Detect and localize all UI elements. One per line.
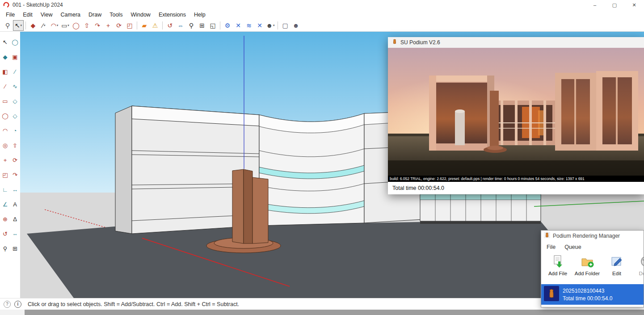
minimize-button[interactable]: – [585, 0, 605, 10]
edit-icon [610, 255, 623, 270]
zoom-extents-palette-button[interactable]: ⊞ [10, 244, 20, 253]
user-account-tool-button[interactable]: ☻▾ [265, 20, 276, 31]
edit-button[interactable]: Edit [604, 255, 630, 276]
new-file-icon: ▢ [282, 22, 288, 29]
plaza-ground [27, 220, 605, 298]
rotated-rectangle-palette-button[interactable]: ◇ [10, 96, 20, 106]
text-palette-button[interactable]: A [10, 199, 20, 209]
move-icon: + [106, 22, 110, 29]
menu-draw[interactable]: Draw [84, 12, 105, 18]
zoom-icon: ⚲ [189, 22, 194, 29]
scale-palette-button[interactable]: ◰ [0, 170, 10, 180]
dimension-palette-button[interactable]: ↔ [10, 185, 20, 194]
line-tool-button[interactable]: ∕▾ [38, 20, 49, 31]
dropdown-caret-icon[interactable]: ▾ [21, 24, 22, 27]
follow-me-tool-button[interactable]: ↷ [92, 20, 103, 31]
offset-palette-button[interactable]: ◎ [0, 140, 10, 150]
menu-window[interactable]: Window [126, 12, 154, 18]
pan-palette-button[interactable]: ⇔ [10, 229, 20, 239]
podium-settings-tool-button[interactable]: ⚙ [222, 20, 233, 31]
protractor-palette-button[interactable]: ∠ [0, 199, 10, 209]
arc-tool-button[interactable]: ◠▾ [49, 20, 60, 31]
menu-edit[interactable]: Edit [19, 12, 37, 18]
rectangle-palette-button[interactable]: ▭ [0, 96, 10, 106]
search-tool-button[interactable]: ⚲ [2, 20, 13, 31]
rotate-palette-button[interactable]: ⟳ [10, 155, 20, 165]
manager-menu-file[interactable]: File [547, 244, 556, 250]
eraser-tool-button[interactable]: ◆ [28, 20, 38, 31]
dropdown-caret-icon[interactable]: ▾ [44, 24, 46, 27]
polygon-icon: ◇ [13, 113, 17, 119]
info-icon[interactable]: i [14, 301, 21, 308]
render-job-row[interactable]: 20251028100443 Total time 00:00:54.0 [541, 284, 644, 305]
axes-palette-button[interactable]: ⊕ [0, 214, 10, 224]
eyedropper-palette-button[interactable]: ∕ [10, 67, 20, 76]
3d-text-palette-button[interactable]: Δ [10, 214, 20, 224]
menu-file[interactable]: File [2, 12, 19, 18]
zoom-extents-tool-button[interactable]: ◱ [207, 20, 218, 31]
tape-measure-icon: ∟ [2, 186, 8, 193]
zoom-window-tool-button[interactable]: ⊞ [197, 20, 207, 31]
menu-view[interactable]: View [37, 12, 57, 18]
arc-palette-button[interactable]: ◠ [0, 126, 10, 135]
circle-tool-button[interactable]: ◯ [71, 20, 81, 31]
push-pull-palette-button[interactable]: ⇧ [10, 140, 20, 150]
rotate-tool-button[interactable]: ⟳ [114, 20, 124, 31]
follow-me-palette-button[interactable]: ↷ [10, 170, 20, 180]
orbit-icon: ↺ [3, 231, 8, 237]
select-palette-button[interactable]: ↖ [0, 37, 10, 47]
eraser-palette-button[interactable]: ◆ [0, 52, 10, 62]
circle-palette-button[interactable]: ◯ [0, 111, 10, 121]
warning-tool-button[interactable]: ⚠ [150, 20, 160, 31]
dropdown-caret-icon[interactable]: ▾ [273, 24, 275, 27]
new-file-tool-button[interactable]: ▢ [280, 20, 290, 31]
paint-bucket-palette-button[interactable]: ◧ [0, 67, 10, 76]
zoom-palette-button[interactable]: ⚲ [0, 244, 10, 253]
freehand-palette-button[interactable]: ∿ [10, 81, 20, 91]
select-tool-button[interactable]: ↖▾ [13, 20, 24, 31]
add-folder-button[interactable]: Add Folder [574, 255, 600, 276]
zoom-tool-button[interactable]: ⚲ [186, 20, 197, 31]
menu-help[interactable]: Help [190, 12, 210, 18]
podium-render-tool-button[interactable]: ✕ [233, 20, 244, 31]
pan-tool-button[interactable]: ⇔ [175, 20, 186, 31]
push-pull-icon: ⇧ [13, 142, 17, 149]
move-palette-button[interactable]: + [0, 155, 10, 165]
rectangle-icon: ▭ [2, 98, 8, 105]
stamp-palette-button[interactable]: ▣ [10, 52, 20, 62]
rectangle-tool-button[interactable]: ▭▾ [60, 20, 71, 31]
dropdown-caret-icon[interactable]: ▾ [67, 24, 69, 27]
orbit-tool-button[interactable]: ↺ [164, 20, 175, 31]
add-file-button[interactable]: Add File [545, 255, 571, 276]
section-plane-tool-button[interactable]: ▰ [139, 20, 150, 31]
menu-tools[interactable]: Tools [105, 12, 126, 18]
podium-tools-tool-button[interactable]: ✕ [254, 20, 265, 31]
orbit-palette-button[interactable]: ↺ [0, 229, 10, 239]
pie-palette-button[interactable]: ◔ [10, 126, 20, 135]
sign-in-tool-button[interactable]: ☻ [290, 20, 301, 31]
dropdown-caret-icon[interactable]: ▾ [57, 24, 59, 27]
manager-menu-queue[interactable]: Queue [564, 244, 581, 250]
rotate-icon: ⟳ [13, 157, 17, 164]
podium-analyse-tool-button[interactable]: ≋ [244, 20, 254, 31]
menu-extensions[interactable]: Extensions [155, 12, 190, 18]
push-pull-tool-button[interactable]: ⇧ [81, 20, 92, 31]
move-tool-button[interactable]: + [103, 20, 114, 31]
tape-measure-palette-button[interactable]: ∟ [0, 185, 10, 194]
podium-settings-icon: ⚙ [225, 22, 231, 29]
sign-in-icon: ☻ [293, 22, 299, 29]
toolbar-separator [220, 21, 220, 29]
scale-icon: ◰ [2, 172, 8, 178]
window-title: 001 - SketchUp 2024 [13, 2, 585, 8]
menu-camera[interactable]: Camera [57, 12, 84, 18]
polygon-palette-button[interactable]: ◇ [10, 111, 20, 121]
scale-tool-button[interactable]: ◰ [124, 20, 135, 31]
far-right-building [420, 194, 541, 224]
podium-titlebar[interactable]: SU Podium V2.6 [388, 37, 644, 48]
maximize-button[interactable]: ▢ [605, 0, 624, 10]
close-button[interactable]: ✕ [624, 0, 644, 10]
line-palette-button[interactable]: ∕ [0, 81, 10, 91]
geolocation-icon[interactable]: ? [4, 301, 11, 308]
manager-titlebar[interactable]: Podium Rendering Manager [541, 231, 644, 241]
lasso-palette-button[interactable]: ◯ [10, 37, 20, 47]
